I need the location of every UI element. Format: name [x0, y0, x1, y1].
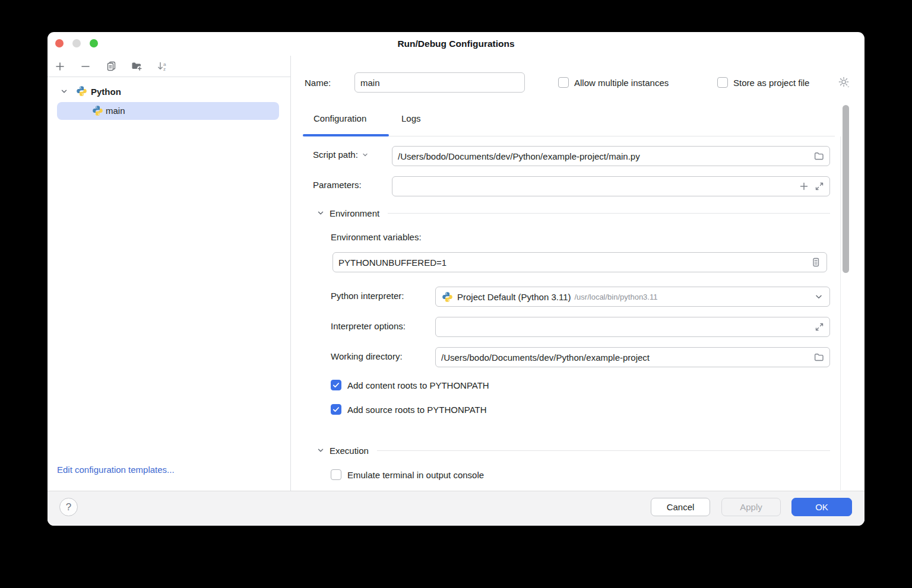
minus-icon [80, 61, 91, 72]
python-icon [76, 85, 87, 97]
add-source-roots-label: Add source roots to PYTHONPATH [347, 405, 487, 415]
execution-section-label: Execution [330, 446, 369, 456]
emulate-terminal-label: Emulate terminal in output console [347, 470, 484, 481]
chevron-down-icon[interactable] [362, 151, 369, 158]
sidebar-divider [290, 56, 291, 491]
tree-collapse-chevron[interactable] [60, 87, 68, 96]
chevron-down-icon [60, 87, 68, 96]
browse-file-button[interactable] [813, 151, 824, 161]
expand-icon [815, 182, 824, 191]
script-path-label: Script path: [313, 150, 358, 160]
python-icon [442, 291, 453, 303]
new-folder-icon [131, 61, 143, 72]
interpreter-options-field-wrapper [435, 317, 830, 337]
environment-section-label: Environment [330, 208, 379, 218]
environment-variables-label: Environment variables: [331, 232, 422, 243]
configurations-toolbar: a z [48, 56, 290, 77]
interpreter-options-label: Interpreter options: [331, 321, 406, 332]
active-tab-underline [303, 134, 389, 136]
remove-configuration-button[interactable] [78, 59, 93, 74]
working-directory-input[interactable] [441, 352, 808, 363]
help-glyph: ? [66, 501, 71, 513]
apply-button[interactable]: Apply [721, 498, 781, 516]
gear-icon [838, 76, 850, 88]
list-icon [810, 257, 821, 268]
allow-multiple-instances-checkbox[interactable] [558, 77, 569, 88]
scrollbar-thumb[interactable] [843, 105, 849, 273]
store-options-button[interactable] [838, 76, 850, 88]
section-rule [377, 450, 830, 451]
chevron-down-icon [316, 446, 325, 454]
new-folder-button[interactable] [129, 59, 144, 74]
add-macro-button[interactable] [799, 182, 809, 191]
folder-icon [813, 151, 824, 161]
python-icon [92, 105, 103, 116]
environment-variables-field-wrapper [332, 252, 827, 272]
chevron-down-icon [316, 209, 325, 217]
dialog-title: Run/Debug Configurations [48, 39, 864, 49]
scrollbar-track [840, 136, 841, 490]
allow-multiple-instances-label: Allow multiple instances [574, 78, 669, 88]
parameters-field-wrapper [392, 176, 830, 196]
environment-variables-input[interactable] [338, 258, 805, 268]
tree-group-python[interactable]: Python [91, 87, 121, 97]
expand-icon [815, 322, 824, 332]
tab-logs[interactable]: Logs [401, 113, 421, 123]
plus-icon [55, 61, 65, 72]
check-icon [332, 381, 340, 389]
edit-environment-variables-button[interactable] [810, 257, 821, 268]
sort-configurations-button[interactable]: a z [155, 59, 169, 74]
execution-section-header[interactable]: Execution [316, 444, 830, 456]
browse-folder-button[interactable] [813, 352, 824, 363]
name-input[interactable] [360, 78, 519, 88]
chevron-down-icon [814, 292, 824, 301]
name-label: Name: [305, 78, 331, 88]
tree-item-main-selected[interactable]: main [57, 102, 279, 120]
parameters-label: Parameters: [313, 180, 362, 190]
script-path-field-wrapper [392, 146, 830, 166]
script-path-label-row: Script path: [313, 150, 369, 160]
parameters-input[interactable] [398, 182, 793, 192]
edit-configuration-templates-link[interactable]: Edit configuration templates... [57, 465, 175, 475]
svg-text:z: z [163, 66, 166, 72]
add-source-roots-checkbox[interactable] [331, 404, 341, 415]
cancel-button[interactable]: Cancel [651, 498, 710, 516]
python-interpreter-select[interactable]: Project Default (Python 3.11) /usr/local… [435, 287, 830, 307]
section-rule [388, 213, 830, 214]
dialog-footer: ? Cancel Apply OK [48, 491, 864, 526]
working-directory-label: Working directory: [331, 351, 403, 362]
add-configuration-button[interactable] [53, 59, 67, 74]
emulate-terminal-checkbox[interactable] [331, 469, 341, 480]
python-interpreter-label: Python interpreter: [331, 291, 404, 301]
plus-icon [799, 182, 809, 191]
store-as-project-file-checkbox[interactable] [717, 77, 728, 88]
ok-button[interactable]: OK [791, 498, 852, 516]
copy-icon [106, 61, 117, 72]
expand-field-button[interactable] [815, 182, 824, 191]
expand-field-button[interactable] [815, 322, 824, 332]
sort-alphabetically-icon: a z [157, 61, 168, 72]
add-content-roots-label: Add content roots to PYTHONPATH [347, 380, 489, 391]
script-path-input[interactable] [398, 151, 808, 161]
working-directory-field-wrapper [435, 347, 830, 367]
folder-icon [813, 352, 824, 363]
run-debug-configurations-dialog: Run/Debug Configurations a [48, 32, 864, 526]
tab-configuration[interactable]: Configuration [314, 113, 366, 123]
copy-configuration-button[interactable] [104, 59, 118, 74]
tree-item-label: main [106, 106, 125, 116]
interpreter-options-input[interactable] [441, 322, 809, 332]
help-button[interactable]: ? [59, 498, 78, 516]
environment-section-header[interactable]: Environment [316, 207, 830, 219]
python-interpreter-path: /usr/local/bin/python3.11 [574, 293, 657, 301]
name-field-wrapper [354, 72, 525, 93]
python-interpreter-value: Project Default (Python 3.11) [457, 292, 571, 302]
store-as-project-file-label: Store as project file [733, 78, 809, 88]
add-content-roots-checkbox[interactable] [331, 380, 341, 390]
check-icon [332, 405, 340, 414]
